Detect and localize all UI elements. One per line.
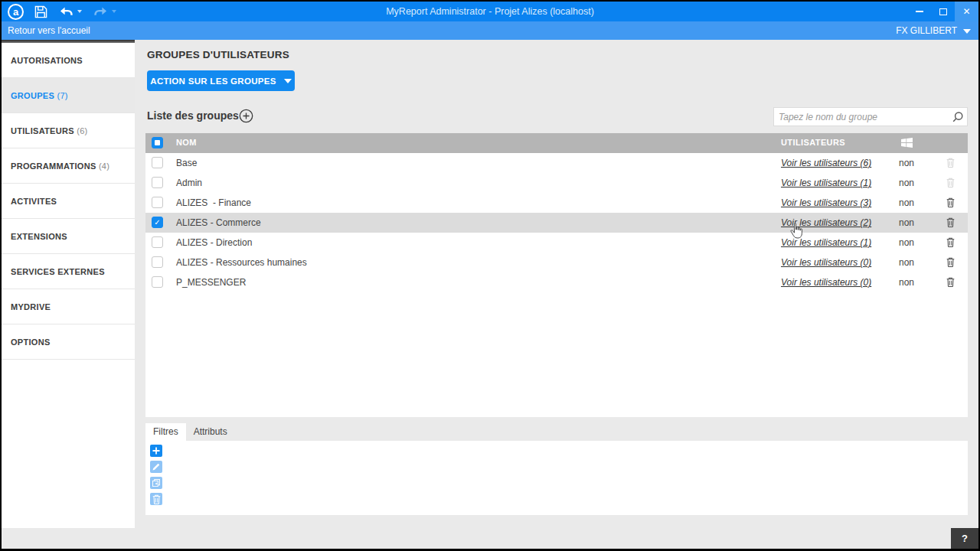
column-header-name: NOM [176, 138, 197, 147]
sidebar-item-label: ACTIVITES [11, 197, 57, 206]
myreport-logo-icon: a [8, 4, 24, 20]
sidebar-item-activites[interactable]: ACTIVITES [2, 184, 135, 219]
minimize-button[interactable] [907, 2, 931, 21]
view-users-link[interactable]: Voir les utilisateurs (6) [781, 158, 871, 168]
select-all-checkbox[interactable] [152, 137, 163, 148]
view-users-link[interactable]: Voir les utilisateurs (3) [781, 197, 871, 208]
table-row[interactable]: BaseVoir les utilisateurs (6)non [145, 153, 968, 173]
maximize-icon [939, 8, 947, 15]
row-checkbox[interactable] [152, 236, 163, 248]
add-group-button[interactable] [239, 109, 253, 123]
undo-dropdown-icon[interactable] [77, 10, 82, 13]
group-search [773, 107, 968, 126]
table-row[interactable]: ✓ALIZES - CommerceVoir les utilisateurs … [145, 213, 968, 233]
sidebar-item-label: PROGRAMMATIONS [11, 161, 96, 171]
group-name: ALIZES - Direction [176, 237, 252, 248]
sidebar-item-mydrive[interactable]: MYDRIVE [2, 289, 135, 324]
delete-icon [946, 158, 955, 170]
table-row[interactable]: ALIZES - FinanceVoir les utilisateurs (3… [145, 193, 968, 213]
sidebar-item-programmations[interactable]: PROGRAMMATIONS (4) [2, 148, 135, 184]
sidebar-item-options[interactable]: OPTIONS [2, 324, 135, 360]
row-checkbox[interactable] [152, 157, 163, 168]
search-input[interactable] [774, 112, 949, 122]
user-menu[interactable]: FX GILLIBERT [896, 25, 957, 36]
group-name: ALIZES - Commerce [176, 217, 261, 228]
view-users-link[interactable]: Voir les utilisateurs (0) [781, 257, 871, 268]
windows-auth-value: non [891, 277, 922, 288]
sidebar-item-count: (6) [74, 126, 88, 135]
group-name: ALIZES - Ressources humaines [176, 257, 307, 268]
sidebar-item-label: MYDRIVE [11, 302, 51, 311]
close-button[interactable]: ✕ [955, 2, 978, 21]
filters-panel [145, 441, 968, 515]
tab-attributs[interactable]: Attributs [186, 423, 235, 441]
sidebar-item-label: OPTIONS [11, 337, 51, 347]
group-name: ALIZES - Finance [176, 197, 251, 208]
delete-icon[interactable] [946, 237, 955, 249]
group-name: Admin [176, 178, 202, 188]
window-title: MyReport Administrator - Projet Alizes (… [2, 6, 978, 17]
sidebar: AUTORISATIONSGROUPES (7)UTILISATEURS (6)… [2, 43, 135, 528]
redo-button[interactable] [93, 6, 116, 18]
app-window: a MyReport Administrator - Projet Alizes… [2, 2, 978, 549]
row-checkbox[interactable] [152, 276, 163, 288]
delete-icon[interactable] [946, 277, 955, 289]
sidebar-item-label: SERVICES EXTERNES [11, 267, 105, 276]
undo-button[interactable] [58, 6, 82, 18]
delete-icon[interactable] [946, 197, 955, 210]
back-to-home-link[interactable]: Retour vers l'accueil [8, 25, 90, 36]
delete-icon[interactable] [946, 217, 955, 230]
group-actions-label: ACTION SUR LES GROUPES [150, 77, 276, 86]
undo-icon [58, 6, 74, 18]
help-button[interactable]: ? [951, 528, 978, 549]
sidebar-item-utilisateurs[interactable]: UTILISATEURS (6) [2, 113, 135, 148]
row-checkbox[interactable] [152, 177, 163, 188]
group-name: P_MESSENGER [176, 277, 246, 288]
windows-auth-value: non [891, 257, 922, 268]
table-row[interactable]: AdminVoir les utilisateurs (1)non [145, 173, 968, 193]
user-dropdown-icon[interactable] [963, 29, 971, 34]
nav-bar: Retour vers l'accueil FX GILLIBERT [2, 21, 978, 40]
windows-auth-value: non [891, 217, 922, 228]
sidebar-item-label: GROUPES [11, 91, 54, 100]
redo-dropdown-icon[interactable] [112, 10, 116, 13]
delete-icon[interactable] [946, 257, 955, 269]
row-checkbox[interactable] [152, 197, 163, 208]
minimize-icon [916, 11, 923, 12]
chevron-down-icon [284, 79, 292, 83]
sidebar-item-services-externes[interactable]: SERVICES EXTERNES [2, 254, 135, 289]
windows-auth-value: non [891, 197, 922, 208]
windows-auth-value: non [891, 158, 922, 168]
sidebar-item-extensions[interactable]: EXTENSIONS [2, 219, 135, 254]
column-header-users: UTILISATEURS [781, 138, 845, 147]
search-icon[interactable] [949, 111, 967, 123]
page-title: GROUPES D'UTILISATEURS [147, 49, 289, 60]
close-icon: ✕ [962, 6, 970, 17]
tab-filtres[interactable]: Filtres [145, 423, 186, 441]
group-name: Base [176, 158, 197, 168]
row-checkbox[interactable] [152, 256, 163, 268]
table-row[interactable]: ALIZES - Ressources humainesVoir les uti… [145, 253, 968, 272]
row-checkbox[interactable]: ✓ [152, 217, 163, 228]
view-users-link[interactable]: Voir les utilisateurs (1) [781, 237, 871, 248]
windows-auth-value: non [891, 237, 922, 248]
table-row[interactable]: ALIZES - DirectionVoir les utilisateurs … [145, 233, 968, 253]
delete-icon [150, 493, 162, 505]
view-users-link[interactable]: Voir les utilisateurs (2) [781, 217, 871, 228]
table-row[interactable]: P_MESSENGERVoir les utilisateurs (0)non [145, 272, 968, 292]
add-circle-icon [239, 109, 253, 123]
sidebar-item-groupes[interactable]: GROUPES (7) [2, 78, 135, 113]
view-users-link[interactable]: Voir les utilisateurs (0) [781, 277, 871, 288]
windows-logo-icon [901, 138, 913, 149]
maximize-button[interactable] [931, 2, 955, 21]
sidebar-item-autorisations[interactable]: AUTORISATIONS [2, 43, 135, 78]
sidebar-item-count: (4) [96, 161, 110, 171]
title-bar: a MyReport Administrator - Projet Alizes… [2, 2, 978, 21]
sidebar-item-count: (7) [54, 91, 68, 100]
group-actions-button[interactable]: ACTION SUR LES GROUPES [147, 70, 295, 91]
groups-table: BaseVoir les utilisateurs (6)nonAdminVoi… [145, 153, 968, 417]
view-users-link[interactable]: Voir les utilisateurs (1) [781, 178, 871, 188]
save-button[interactable] [34, 5, 47, 18]
add-icon[interactable] [150, 445, 162, 457]
list-title: Liste des groupes [147, 109, 239, 122]
